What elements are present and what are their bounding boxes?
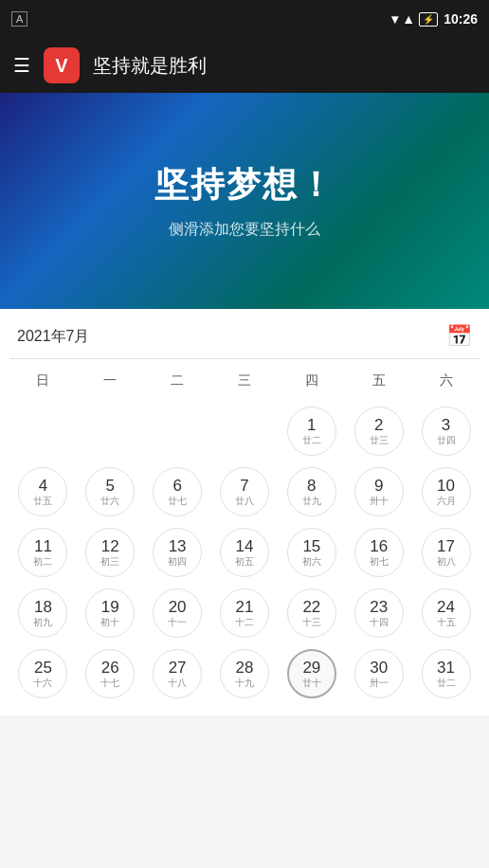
date-lunar: 十四 <box>370 617 389 628</box>
status-bar: A ▾ ▲ ⚡ 10:26 <box>0 0 489 38</box>
weekday-cell: 一 <box>77 369 144 393</box>
weekday-cell: 六 <box>412 369 480 393</box>
date-number: 13 <box>169 537 187 556</box>
date-number: 22 <box>302 598 320 617</box>
date-number: 23 <box>370 598 388 617</box>
date-lunar: 廿三 <box>370 435 389 446</box>
date-lunar: 卅一 <box>370 678 389 689</box>
date-number: 27 <box>169 659 187 678</box>
date-cell[interactable]: 21十二 <box>211 585 279 642</box>
date-cell[interactable]: 28十九 <box>211 645 279 702</box>
app-bar: ☰ V 坚持就是胜利 <box>0 38 489 93</box>
date-lunar: 初二 <box>33 556 52 568</box>
weekday-cell: 日 <box>9 369 77 393</box>
date-number: 11 <box>34 537 52 556</box>
date-cell[interactable]: 4廿五 <box>9 463 77 520</box>
date-cell[interactable]: 2廿三 <box>345 403 412 460</box>
calendar-picker-icon[interactable]: 📅 <box>446 324 472 349</box>
date-number: 6 <box>172 477 181 496</box>
date-lunar: 初五 <box>235 556 254 568</box>
calendar-section: 2021年7月 📅 日一二三四五六 1廿二2廿三3廿四4廿五5廿六6廿七7廿八8… <box>0 309 489 715</box>
weekday-cell: 三 <box>211 369 279 393</box>
date-cell[interactable]: 30卅一 <box>345 645 412 702</box>
date-cell[interactable]: 19初十 <box>77 585 144 642</box>
date-number: 2 <box>374 416 383 435</box>
date-cell[interactable]: 7廿八 <box>211 463 279 520</box>
date-lunar: 初六 <box>302 556 321 568</box>
date-lunar: 廿九 <box>302 496 321 507</box>
date-cell[interactable]: 6廿七 <box>144 463 211 520</box>
logo-text: V <box>55 55 67 77</box>
signal-icon: ▲ <box>402 11 415 27</box>
date-number: 20 <box>169 598 187 617</box>
date-cell[interactable]: 20十一 <box>144 585 211 642</box>
date-lunar: 廿十 <box>302 678 321 689</box>
date-cell[interactable]: 29廿十 <box>278 645 345 702</box>
weekday-row: 日一二三四五六 <box>9 359 480 399</box>
date-number: 19 <box>101 598 119 617</box>
status-left: A <box>11 11 27 27</box>
date-number: 24 <box>437 598 455 617</box>
date-cell[interactable]: 31廿二 <box>412 645 480 702</box>
date-number: 4 <box>39 477 47 496</box>
date-lunar: 初十 <box>100 617 119 628</box>
date-lunar: 初九 <box>33 617 52 628</box>
date-number: 15 <box>302 537 320 556</box>
wifi-icon: ▾ <box>391 11 398 27</box>
date-cell[interactable]: 10六月 <box>412 463 480 520</box>
weekday-cell: 二 <box>144 369 211 393</box>
date-number: 16 <box>370 537 388 556</box>
date-cell <box>77 403 144 460</box>
time-display: 10:26 <box>444 11 478 27</box>
menu-button[interactable]: ☰ <box>13 54 30 77</box>
date-cell[interactable]: 18初九 <box>9 585 77 642</box>
date-lunar: 廿七 <box>168 496 187 507</box>
date-cell[interactable]: 12初三 <box>77 524 144 581</box>
app-logo: V <box>44 47 80 83</box>
date-number: 26 <box>101 659 119 678</box>
date-cell[interactable]: 26十七 <box>77 645 144 702</box>
date-cell[interactable]: 5廿六 <box>77 463 144 520</box>
date-lunar: 十八 <box>168 678 187 689</box>
battery-icon: ⚡ <box>419 12 438 27</box>
date-lunar: 十九 <box>235 678 254 689</box>
date-cell[interactable]: 3廿四 <box>412 403 480 460</box>
date-cell[interactable]: 9卅十 <box>345 463 412 520</box>
date-cell[interactable]: 15初六 <box>278 524 345 581</box>
date-cell <box>9 403 77 460</box>
date-number: 9 <box>374 477 383 496</box>
hero-title: 坚持梦想！ <box>154 162 335 208</box>
date-number: 17 <box>437 537 455 556</box>
date-lunar: 卅十 <box>370 496 389 507</box>
date-cell[interactable]: 24十五 <box>412 585 480 642</box>
date-number: 1 <box>307 416 316 435</box>
date-lunar: 十一 <box>168 617 187 628</box>
app-title: 坚持就是胜利 <box>93 53 207 79</box>
date-lunar: 廿八 <box>235 496 254 507</box>
status-icons: ▾ ▲ ⚡ <box>391 11 438 27</box>
weekday-cell: 四 <box>278 369 345 393</box>
date-cell[interactable]: 11初二 <box>9 524 77 581</box>
date-number: 14 <box>236 537 254 556</box>
hero-subtitle: 侧滑添加您要坚持什么 <box>169 220 320 240</box>
weekday-cell: 五 <box>345 369 412 393</box>
date-cell[interactable]: 17初八 <box>412 524 480 581</box>
date-cell[interactable]: 14初五 <box>211 524 279 581</box>
date-lunar: 廿四 <box>437 435 456 446</box>
date-cell[interactable]: 1廿二 <box>278 403 345 460</box>
date-cell[interactable]: 16初七 <box>345 524 412 581</box>
date-number: 29 <box>302 659 320 678</box>
date-number: 18 <box>34 598 52 617</box>
date-cell[interactable]: 22十三 <box>278 585 345 642</box>
date-lunar: 廿二 <box>302 435 321 446</box>
date-cell <box>211 403 279 460</box>
date-lunar: 十七 <box>100 678 119 689</box>
date-cell[interactable]: 23十四 <box>345 585 412 642</box>
date-number: 5 <box>106 477 115 496</box>
date-cell[interactable]: 8廿九 <box>278 463 345 520</box>
date-cell[interactable]: 25十六 <box>9 645 77 702</box>
date-cell[interactable]: 27十八 <box>144 645 211 702</box>
date-number: 28 <box>236 659 254 678</box>
date-cell[interactable]: 13初四 <box>144 524 211 581</box>
calendar-header: 2021年7月 📅 <box>9 309 480 359</box>
